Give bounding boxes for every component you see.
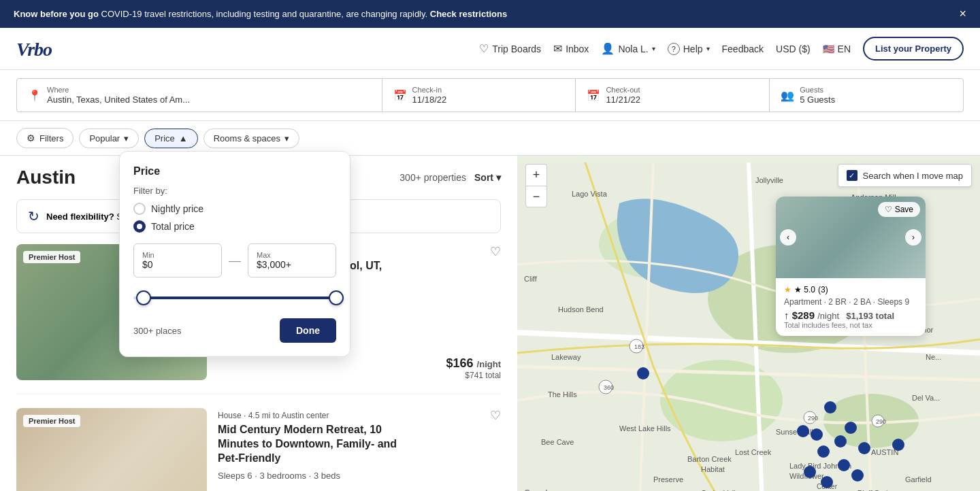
inbox-label: Inbox xyxy=(566,44,589,54)
sort-button[interactable]: Sort ▾ xyxy=(474,172,501,183)
search-when-move-checkbox[interactable]: ✓ Search when I move map xyxy=(838,164,972,187)
property-popup: ‹ › ♡ Save ★ ★ 5.0 (3) Apartment · 2 BR … xyxy=(776,197,926,336)
map-panel[interactable]: Lago Vista Jollyville Anderson Mill Well… xyxy=(517,156,980,491)
svg-text:Jollyville: Jollyville xyxy=(755,176,783,184)
svg-point-57 xyxy=(892,439,904,451)
slider-thumb-min[interactable] xyxy=(136,290,151,305)
popular-filter-button[interactable]: Popular ▾ xyxy=(79,129,139,148)
slider-fill xyxy=(144,297,336,299)
listing-pricing: ♡ $166 /night $741 total xyxy=(419,244,501,380)
listing-pricing: ♡ xyxy=(419,408,501,491)
where-value: Austin, Texas, United States of Am... xyxy=(47,95,190,105)
popup-heart-icon: ♡ xyxy=(885,205,892,214)
svg-text:Barton Creek: Barton Creek xyxy=(687,455,732,463)
svg-text:Lago Vista: Lago Vista xyxy=(572,190,608,198)
svg-point-53 xyxy=(838,459,850,471)
zoom-out-button[interactable]: − xyxy=(525,186,547,207)
popup-next-button[interactable]: › xyxy=(905,229,921,245)
where-field[interactable]: 📍 Where Austin, Texas, United States of … xyxy=(16,78,382,112)
radio-dot xyxy=(137,224,142,229)
banner-link[interactable]: Check restrictions xyxy=(430,9,507,19)
guests-icon: 👥 xyxy=(781,89,794,102)
logo[interactable]: Vrbo xyxy=(16,36,52,61)
svg-text:Habitat: Habitat xyxy=(701,465,725,473)
user-nav[interactable]: 👤 Nola L. ▾ xyxy=(601,42,655,55)
inbox-nav[interactable]: ✉ Inbox xyxy=(553,42,589,55)
slider-thumb-max[interactable] xyxy=(329,290,344,305)
svg-point-50 xyxy=(834,435,847,447)
list-property-button[interactable]: List your Property xyxy=(863,37,964,61)
price-range-row: Min $0 — Max $3,000+ xyxy=(133,243,336,277)
filters-button[interactable]: ⚙ Filters xyxy=(16,128,74,148)
price-filter-button[interactable]: Price ▲ xyxy=(144,129,198,148)
user-icon: 👤 xyxy=(601,42,615,55)
svg-point-52 xyxy=(811,428,823,441)
feedback-label: Feedback xyxy=(722,44,764,54)
checkout-label: Check-out xyxy=(606,86,640,94)
checkbox-checked-icon: ✓ xyxy=(847,170,858,181)
nightly-price-label: Nightly price xyxy=(151,203,203,214)
listing-title[interactable]: Mid Century Modern Retreat, 10 Minutes t… xyxy=(218,423,408,465)
wishlist-button[interactable]: ♡ xyxy=(419,244,501,259)
guests-field[interactable]: 👥 Guests 5 Guests xyxy=(770,78,964,112)
done-button[interactable]: Done xyxy=(280,318,336,343)
total-radio-circle xyxy=(133,220,146,233)
min-price-input[interactable]: Min $0 xyxy=(133,243,222,277)
svg-text:183: 183 xyxy=(634,343,644,350)
rooms-caret-icon: ▾ xyxy=(284,133,289,143)
popup-price: ↑ $289 /night $1,193 total xyxy=(784,309,917,321)
currency-label: USD ($) xyxy=(776,44,811,54)
dropdown-footer: 300+ places Done xyxy=(133,318,336,343)
help-nav[interactable]: ? Help ▾ xyxy=(668,43,710,55)
filter-bar: ⚙ Filters Popular ▾ Price ▲ Rooms & spac… xyxy=(0,121,980,156)
listing-type: House · 4.5 mi to Austin center xyxy=(218,411,408,420)
total-price-option[interactable]: Total price xyxy=(133,220,336,233)
filters-label: Filters xyxy=(39,133,63,143)
popup-save-button[interactable]: ♡ Save xyxy=(878,202,920,217)
listing-image: Premier Host xyxy=(16,408,207,491)
user-label: Nola L. xyxy=(618,44,648,54)
svg-text:290: 290 xyxy=(876,418,886,425)
popup-prev-button[interactable]: ‹ xyxy=(780,229,796,245)
popular-label: Popular xyxy=(89,133,120,143)
price-slider[interactable] xyxy=(133,288,336,307)
checkout-field[interactable]: 📅 Check-out 11/21/22 xyxy=(576,78,770,112)
svg-text:Google: Google xyxy=(524,488,553,491)
zoom-in-button[interactable]: + xyxy=(525,164,547,186)
price-total: $741 total xyxy=(419,371,501,380)
svg-text:Cliff: Cliff xyxy=(524,275,538,283)
popular-caret-icon: ▾ xyxy=(124,133,129,143)
header: Vrbo ♡ Trip Boards ✉ Inbox 👤 Nola L. ▾ ?… xyxy=(0,28,980,70)
wishlist-button[interactable]: ♡ xyxy=(419,408,501,423)
total-price-label: Total price xyxy=(151,221,195,232)
logo-text: Vrbo xyxy=(16,39,52,60)
language-nav[interactable]: 🇺🇸 EN xyxy=(823,44,851,54)
popup-property-type: Apartment · 2 BR · 2 BA · Sleeps 9 xyxy=(784,297,917,307)
listing-details: House · 4.5 mi to Austin center Mid Cent… xyxy=(218,408,408,491)
premier-host-badge: Premier Host xyxy=(23,415,80,427)
currency-nav[interactable]: USD ($) xyxy=(776,44,811,54)
sliders-icon: ⚙ xyxy=(27,133,35,143)
guests-label: Guests xyxy=(800,86,835,94)
rooms-filter-button[interactable]: Rooms & spaces ▾ xyxy=(203,129,299,148)
price-unit: /night xyxy=(477,359,501,369)
max-price-input[interactable]: Max $3,000+ xyxy=(248,243,336,277)
svg-point-48 xyxy=(845,422,857,434)
min-price-label: Min xyxy=(142,251,213,259)
checkin-field[interactable]: 📅 Check-in 11/18/22 xyxy=(382,78,576,112)
flag-icon: 🇺🇸 xyxy=(823,44,834,54)
city-title: Austin xyxy=(16,167,76,188)
banner-close-button[interactable]: × xyxy=(959,7,966,21)
svg-text:Preserve: Preserve xyxy=(653,475,683,484)
svg-text:Lakeway: Lakeway xyxy=(551,353,581,361)
price-per-night: $166 /night xyxy=(446,356,501,370)
price-label: Price xyxy=(154,133,175,143)
svg-text:Bee Cave: Bee Cave xyxy=(541,438,574,446)
trip-boards-nav[interactable]: ♡ Trip Boards xyxy=(479,42,541,55)
min-price-value: $0 xyxy=(142,259,153,270)
nightly-price-option[interactable]: Nightly price xyxy=(133,203,336,215)
max-price-label: Max xyxy=(257,251,327,259)
feedback-nav[interactable]: Feedback xyxy=(722,44,764,54)
nightly-radio-circle xyxy=(133,203,146,215)
popup-save-label: Save xyxy=(895,205,913,214)
